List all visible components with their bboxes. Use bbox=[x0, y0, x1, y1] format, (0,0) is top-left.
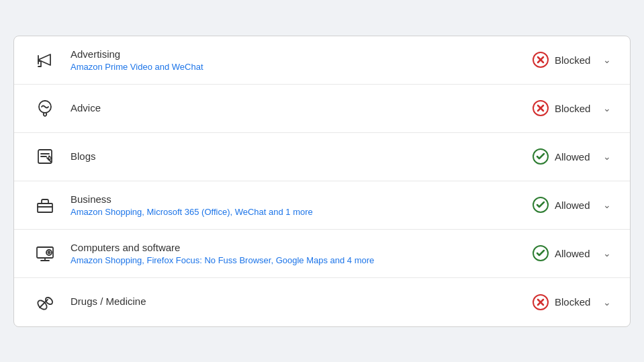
svg-rect-9 bbox=[38, 203, 52, 212]
category-name-drugs: Drugs / Medicine bbox=[71, 296, 513, 307]
category-content-advertising: Advertising Amazon Prime Video and WeCha… bbox=[60, 48, 513, 72]
blocked-status-icon bbox=[532, 293, 549, 311]
status-area-advertising[interactable]: Blocked ⌄ bbox=[513, 51, 614, 69]
chevron-icon-business[interactable]: ⌄ bbox=[600, 197, 614, 213]
status-label-drugs: Blocked bbox=[555, 296, 595, 308]
chevron-icon-advertising[interactable]: ⌄ bbox=[600, 52, 614, 68]
status-label-business: Allowed bbox=[555, 199, 595, 211]
category-row-advice[interactable]: Advice Blocked ⌄ bbox=[14, 85, 630, 133]
chevron-icon-blogs[interactable]: ⌄ bbox=[600, 148, 614, 165]
computers-icon bbox=[34, 242, 56, 264]
status-area-advice[interactable]: Blocked ⌄ bbox=[513, 99, 614, 117]
category-row-advertising[interactable]: Advertising Amazon Prime Video and WeCha… bbox=[14, 36, 630, 85]
svg-point-12 bbox=[46, 250, 52, 255]
category-row-blogs[interactable]: Blogs Allowed ⌄ bbox=[14, 133, 630, 181]
category-name-business: Business bbox=[71, 193, 513, 205]
blogs-icon-wrap bbox=[30, 146, 60, 167]
chevron-icon-advice[interactable]: ⌄ bbox=[600, 100, 614, 116]
category-content-business: Business Amazon Shopping, Microsoft 365 … bbox=[60, 193, 513, 217]
allowed-status-icon bbox=[532, 244, 549, 262]
category-sub-advertising: Amazon Prime Video and WeChat bbox=[71, 62, 513, 72]
category-list: Advertising Amazon Prime Video and WeCha… bbox=[13, 36, 631, 327]
category-name-advertising: Advertising bbox=[71, 48, 513, 60]
category-name-blogs: Blogs bbox=[71, 150, 513, 162]
advice-icon bbox=[34, 97, 56, 119]
blocked-status-icon bbox=[532, 51, 549, 69]
category-name-advice: Advice bbox=[71, 102, 513, 114]
category-content-advice: Advice bbox=[60, 102, 513, 115]
chevron-icon-computers[interactable]: ⌄ bbox=[600, 245, 614, 261]
svg-point-13 bbox=[48, 252, 50, 254]
advertising-icon bbox=[34, 49, 56, 71]
business-icon-wrap bbox=[30, 194, 60, 216]
computers-icon-wrap bbox=[30, 242, 60, 264]
advertising-icon-wrap bbox=[30, 49, 60, 71]
drugs-icon bbox=[34, 291, 56, 313]
status-label-blogs: Allowed bbox=[555, 151, 595, 163]
category-row-business[interactable]: Business Amazon Shopping, Microsoft 365 … bbox=[14, 181, 630, 230]
category-content-computers: Computers and software Amazon Shopping, … bbox=[60, 242, 513, 265]
status-area-blogs[interactable]: Allowed ⌄ bbox=[513, 148, 614, 165]
category-content-blogs: Blogs bbox=[60, 150, 513, 163]
category-name-computers: Computers and software bbox=[71, 242, 513, 253]
chevron-icon-drugs[interactable]: ⌄ bbox=[600, 294, 614, 310]
allowed-status-icon bbox=[532, 148, 549, 165]
status-area-drugs[interactable]: Blocked ⌄ bbox=[513, 293, 614, 311]
blogs-icon bbox=[34, 146, 56, 167]
status-label-advertising: Blocked bbox=[555, 54, 595, 66]
category-row-drugs[interactable]: Drugs / Medicine Blocked ⌄ bbox=[14, 278, 630, 326]
category-row-computers[interactable]: Computers and software Amazon Shopping, … bbox=[14, 230, 630, 278]
drugs-icon-wrap bbox=[30, 291, 60, 313]
category-content-drugs: Drugs / Medicine bbox=[60, 296, 513, 308]
allowed-status-icon bbox=[532, 196, 549, 214]
status-label-advice: Blocked bbox=[555, 103, 595, 114]
category-sub-computers: Amazon Shopping, Firefox Focus: No Fuss … bbox=[71, 255, 513, 265]
status-area-computers[interactable]: Allowed ⌄ bbox=[513, 244, 614, 262]
status-area-business[interactable]: Allowed ⌄ bbox=[513, 196, 614, 214]
svg-rect-11 bbox=[37, 247, 53, 258]
advice-icon-wrap bbox=[30, 97, 60, 119]
business-icon bbox=[34, 194, 56, 216]
category-sub-business: Amazon Shopping, Microsoft 365 (Office),… bbox=[71, 207, 513, 217]
blocked-status-icon bbox=[532, 99, 549, 117]
status-label-computers: Allowed bbox=[555, 248, 595, 259]
